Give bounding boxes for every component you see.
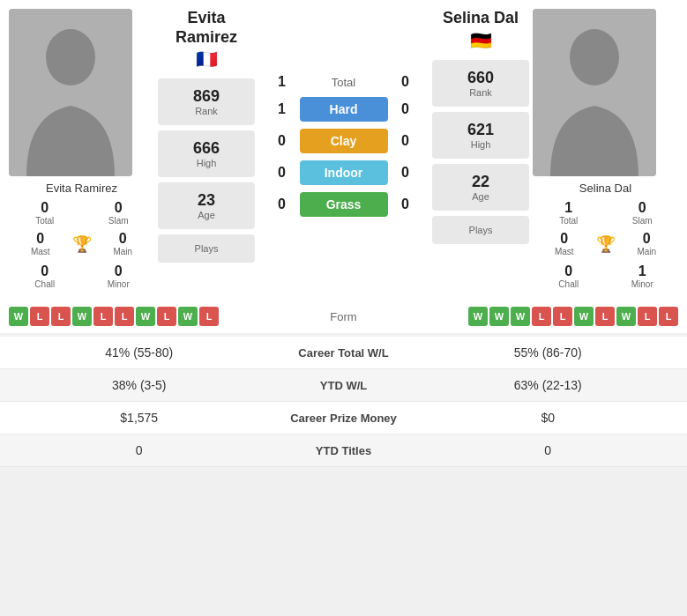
- left-player-name: Evita Ramirez: [9, 182, 154, 195]
- right-age-value: 22: [439, 173, 522, 191]
- right-form-badges: WWWLLWLWLL: [379, 307, 679, 326]
- left-minor-value: 0: [83, 263, 155, 279]
- hard-score-right: 0: [395, 101, 416, 117]
- right-chall-value: 0: [533, 263, 605, 279]
- hard-button[interactable]: Hard: [300, 97, 388, 122]
- stats-row: 41% (55-80) Career Total W/L 55% (86-70): [0, 337, 687, 369]
- left-player-card: Evita Ramirez 0 Total 0 Slam 0 Mast 🏆: [9, 9, 154, 291]
- right-high-stat: 621 High: [439, 117, 522, 153]
- total-label: Total: [300, 76, 388, 89]
- stats-row: $1,575 Career Prize Money $0: [0, 402, 687, 434]
- form-badge: W: [616, 307, 636, 326]
- stats-left-value: 38% (3-5): [14, 378, 265, 392]
- stats-left-value: $1,575: [14, 411, 265, 425]
- clay-score-left: 0: [272, 133, 293, 149]
- right-slam-label: Slam: [607, 216, 679, 226]
- grass-button[interactable]: Grass: [300, 192, 388, 217]
- left-center-panel: Evita Ramirez 🇫🇷 869 Rank 666 High 23 Ag…: [158, 9, 255, 263]
- form-badge: W: [511, 307, 530, 326]
- right-player-name: Selina Dal: [533, 182, 678, 195]
- right-stat-chall: 0 Chall: [533, 262, 605, 291]
- right-player-avatar: [533, 9, 656, 176]
- left-rank-value: 869: [165, 87, 248, 106]
- stats-row: 0 YTD Titles 0: [0, 434, 687, 467]
- left-stat-total: 0 Total: [9, 198, 81, 227]
- right-mast-value: 0: [533, 231, 596, 247]
- right-player-flag: 🇩🇪: [470, 30, 492, 51]
- right-stat-main: 0 Main: [616, 229, 679, 258]
- right-stat-slam: 0 Slam: [607, 198, 679, 227]
- left-stat-mast: 0 Mast: [9, 229, 72, 258]
- form-badge: L: [115, 307, 134, 326]
- left-minor-label: Minor: [83, 279, 155, 289]
- left-high-value: 666: [165, 139, 248, 158]
- form-badge: W: [489, 307, 509, 326]
- right-player-stats: 1 Total 0 Slam: [533, 198, 678, 227]
- stats-table: 41% (55-80) Career Total W/L 55% (86-70)…: [0, 337, 687, 467]
- stats-right-value: 0: [423, 443, 674, 457]
- left-trophy-icon: 🏆: [72, 234, 92, 254]
- left-total-value: 0: [9, 200, 81, 216]
- left-plays-label: Plays: [165, 243, 248, 254]
- indoor-score-left: 0: [272, 165, 293, 181]
- main-container: Evita Ramirez 0 Total 0 Slam 0 Mast 🏆: [0, 0, 687, 467]
- stats-right-value: 55% (86-70): [423, 345, 674, 360]
- right-plays-label: Plays: [439, 225, 522, 235]
- left-plays-stats: Plays: [158, 234, 255, 263]
- left-trophy-row: 0 Mast 🏆 0 Main: [9, 229, 154, 258]
- left-center-stats: 869 Rank: [158, 78, 255, 125]
- right-stat-mast: 0 Mast: [533, 229, 596, 258]
- form-badge: W: [136, 307, 155, 326]
- left-chall-label: Chall: [9, 279, 81, 289]
- stats-left-value: 0: [14, 443, 265, 457]
- svg-point-3: [570, 29, 619, 85]
- right-rank-stat: 660 Rank: [439, 65, 522, 101]
- clay-button[interactable]: Clay: [300, 129, 388, 153]
- form-badge: L: [595, 307, 615, 326]
- right-high-stats: 621 High: [432, 112, 529, 159]
- left-slam-value: 0: [83, 200, 155, 216]
- left-main-value: 0: [92, 231, 155, 247]
- left-total-label: Total: [9, 216, 81, 226]
- total-row: 1 Total 0: [258, 74, 429, 90]
- form-label: Form: [309, 310, 379, 323]
- form-badge: L: [93, 307, 113, 326]
- left-stat-main: 0 Main: [92, 229, 155, 258]
- left-high-label: High: [165, 158, 248, 168]
- right-minor-value: 1: [607, 263, 679, 279]
- right-mast-label: Mast: [533, 247, 596, 256]
- left-age-value: 23: [165, 191, 248, 210]
- left-slam-label: Slam: [83, 216, 155, 226]
- indoor-button[interactable]: Indoor: [300, 160, 388, 185]
- total-score-left: 1: [272, 74, 293, 90]
- form-badge: W: [9, 307, 28, 326]
- clay-row: 0 Clay 0: [258, 129, 429, 153]
- right-minor-label: Minor: [607, 279, 679, 289]
- form-section: WLLWLLWLWL Form WWWLLWLWLL: [0, 300, 687, 333]
- right-slam-value: 0: [607, 200, 679, 216]
- right-age-stat: 22 Age: [439, 169, 522, 205]
- svg-point-1: [46, 29, 95, 85]
- left-player-avatar: [9, 9, 132, 176]
- form-badge: L: [659, 307, 678, 326]
- right-high-label: High: [439, 139, 522, 150]
- right-plays-stats: Plays: [432, 216, 529, 244]
- right-main-value: 0: [616, 231, 679, 247]
- right-player-name-header: Selina Dal: [443, 9, 519, 28]
- right-rank-value: 660: [439, 69, 522, 87]
- left-age-stat: 23 Age: [165, 188, 248, 224]
- left-main-label: Main: [92, 247, 155, 256]
- stats-row: 38% (3-5) YTD W/L 63% (22-13): [0, 369, 687, 402]
- left-rank-stat: 869 Rank: [165, 84, 248, 120]
- indoor-score-right: 0: [395, 165, 416, 181]
- form-row: WLLWLLWLWL Form WWWLLWLWLL: [9, 307, 678, 326]
- right-rank-label: Rank: [439, 87, 522, 98]
- stats-right-value: $0: [423, 411, 674, 425]
- stats-left-value: 41% (55-80): [14, 345, 265, 360]
- right-total-label: Total: [533, 216, 605, 226]
- right-stat-minor: 1 Minor: [607, 262, 679, 291]
- right-total-value: 1: [533, 200, 605, 216]
- form-badge: L: [51, 307, 71, 326]
- form-badge: L: [532, 307, 551, 326]
- grass-row: 0 Grass 0: [258, 192, 429, 217]
